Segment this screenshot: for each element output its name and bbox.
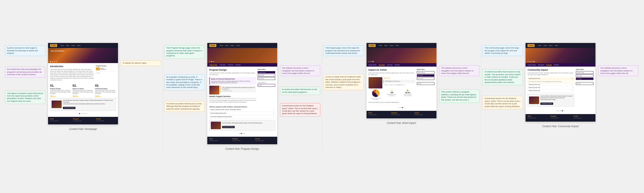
hero-dot-pd-1[interactable]	[209, 61, 210, 62]
sub-nav-ci-link-3[interactable]: Community	[546, 64, 552, 66]
hero-dot-ci-3[interactable]	[532, 61, 533, 62]
hero-dot-2[interactable]	[52, 61, 53, 62]
pd-sidebar-btn-4[interactable]: Contact	[258, 84, 275, 87]
nav-link-about-ai[interactable]: About	[384, 45, 388, 46]
page-dot-2[interactable]	[81, 113, 82, 114]
pd-dot-2[interactable]	[241, 133, 242, 134]
intro-text: Lorem ipsum dolor sit amet, consectetur …	[50, 69, 94, 81]
ci-dot-5[interactable]	[564, 110, 565, 111]
sub-nav-ai-link-3[interactable]: Community	[387, 64, 393, 66]
ci-download-desc: Lorem ipsum dolor sit amet...	[540, 99, 573, 101]
hero-dot-ai-1[interactable]	[369, 61, 370, 62]
page-dot-4[interactable]	[84, 113, 85, 114]
hero-dot-ai-2[interactable]	[371, 61, 372, 62]
ai-sidebar-btn-4[interactable]: Contact	[417, 82, 434, 85]
pd-sidebar-btn-2[interactable]: Artist Impact	[258, 74, 275, 77]
ai-pie-chart-1	[372, 89, 380, 97]
ci-footer-text-2: Lorem ipsum dolor	[551, 117, 571, 119]
ci-footer-title-1: About	[528, 115, 547, 117]
sub-nav-ci-link-4[interactable]: Download	[554, 64, 559, 66]
pd-dot-3[interactable]	[243, 133, 244, 134]
hero-dot-1[interactable]	[50, 61, 51, 62]
pd-acc-item-3[interactable]: Community Engagement Opportunities +	[209, 115, 275, 119]
ci-sidebar-btn-2[interactable]: Artist Impact	[576, 74, 593, 77]
footer-title-1: About	[50, 118, 70, 120]
ai-dot-3[interactable]	[402, 107, 403, 108]
sub-nav-ci-link-2[interactable]: Artist Impact	[538, 64, 544, 66]
ci-acc-item-3[interactable]: Advancing artists' work +	[528, 86, 574, 89]
hero-dot-4[interactable]	[56, 61, 57, 62]
pd-main-row: Program Design Lorem ipsum dolor sit ame…	[209, 69, 275, 104]
sub-nav-ai-link-1[interactable]: Program Design	[369, 64, 377, 66]
nav-link-artists[interactable]: Artists	[77, 45, 80, 46]
ci-dot-2[interactable]	[558, 110, 559, 111]
page-dot-1[interactable]	[79, 113, 80, 114]
ai-sidebar-btn-3[interactable]: Community	[417, 77, 434, 80]
nav-link-impact-ci[interactable]: Impact	[549, 45, 553, 46]
sub-nav-pd-link-1[interactable]: Program Design	[209, 64, 218, 66]
ci-download-btn[interactable]: Download the Report	[540, 103, 553, 105]
sub-nav-ai: Program Design Artist Impact Community D…	[367, 63, 436, 67]
hero-dot-3[interactable]	[54, 61, 55, 62]
nav-link-home-ci[interactable]: Home	[538, 45, 541, 46]
sub-nav-ai-link-4[interactable]: Download	[395, 64, 400, 66]
hero-dot-pd-2[interactable]	[211, 61, 212, 62]
ai-sidebar-btn-1[interactable]: Program Design	[417, 71, 434, 74]
pd-featured-artist: "The LAB team had worked with consultant…	[209, 86, 256, 94]
ci-dot-3[interactable]	[560, 110, 561, 111]
col-explore-1[interactable]: Explore →	[50, 95, 71, 96]
sub-nav-ci-link-1[interactable]: Program Design	[528, 64, 536, 66]
ci-acc-item-1[interactable]: Advancing artists' work ▼	[528, 77, 574, 80]
page-dot-3[interactable]	[83, 113, 84, 114]
nav-link-artists-ci[interactable]: Artists	[555, 45, 558, 46]
ai-dot-4[interactable]	[404, 107, 405, 108]
ai-dot-1[interactable]	[398, 107, 399, 108]
nav-link-home[interactable]: Home	[61, 45, 64, 46]
pd-dot-4[interactable]	[244, 133, 245, 134]
ci-footer-title-3: Contact	[574, 115, 593, 117]
ci-sidebar-btn-1[interactable]: Program Design	[576, 71, 593, 74]
nav-link-about-ci[interactable]: About	[544, 45, 547, 46]
hero-dot-ci-4[interactable]	[534, 61, 535, 62]
ci-sidebar-btn-4[interactable]: Contact	[576, 82, 593, 85]
ci-acc-item-4[interactable]: Advancing artists' work +	[528, 89, 574, 92]
nav-link-impact[interactable]: Impact	[71, 45, 75, 46]
pd-sidebar-btn-3[interactable]: Community	[258, 77, 275, 80]
ci-acc-item-2[interactable]: Advancing artists' work +	[528, 83, 574, 86]
nav-link-artists-pd[interactable]: Artists	[236, 45, 240, 46]
hero-dot-ci-2[interactable]	[530, 61, 531, 62]
mockup-hero-pd	[207, 48, 277, 63]
pd-download-btn[interactable]: Download the Report	[222, 126, 235, 128]
pd-acc-item-2[interactable]: Cohort-building opportunities +	[209, 112, 275, 115]
col-explore-2[interactable]: Explore →	[72, 95, 93, 96]
sub-nav-ai-link-2[interactable]: Artist Impact	[379, 64, 385, 66]
nav-link-artists-ai[interactable]: Artists	[395, 45, 399, 46]
pd-acc-item-1[interactable]: Advisory support by staff, mentors, and …	[209, 108, 275, 112]
nav-link-impact-pd[interactable]: Impact	[230, 45, 234, 46]
ci-dot-1[interactable]	[556, 110, 557, 111]
sub-nav-pd-link-3[interactable]: Community	[228, 64, 233, 66]
ai-dot-2[interactable]	[400, 107, 401, 108]
ci-sidebar-btn-3[interactable]: Community	[576, 78, 593, 80]
annotation-introduction: An Introduction that acknowledges the pr…	[5, 67, 45, 77]
nav-link-home-ai[interactable]: Home	[379, 45, 382, 46]
hero-dot-ci-1[interactable]	[528, 61, 529, 62]
pd-main-content: Program Design Lorem ipsum dolor sit ame…	[209, 69, 256, 104]
ai-sidebar-btn-2[interactable]: Artist Impact	[417, 74, 434, 77]
pd-sidebar-btn-1[interactable]: Program Design	[258, 71, 275, 73]
nav-link-about[interactable]: About	[66, 45, 69, 46]
nav-link-home-pd[interactable]: Home	[220, 45, 223, 46]
page-dot-5[interactable]	[86, 113, 87, 114]
sub-nav-pd-link-2[interactable]: Artist Impact	[219, 64, 226, 66]
nav-link-impact-ai[interactable]: Impact	[390, 45, 393, 46]
mockup-homepage: The BostonFoundation Home About Impact A…	[48, 43, 118, 125]
sub-nav-pd-link-4[interactable]: Download	[235, 64, 240, 66]
ci-dot-4[interactable]	[562, 110, 563, 111]
hero-dot-pd-3[interactable]	[213, 61, 214, 62]
ci-download-thumb	[529, 96, 539, 104]
col-explore-3[interactable]: Explore →	[95, 95, 116, 96]
nav-link-about-pd[interactable]: About	[225, 45, 228, 46]
pd-dot-1[interactable]	[239, 133, 240, 134]
hero-dot-ai-3[interactable]	[373, 61, 374, 62]
download-btn[interactable]: Download the Report	[63, 107, 75, 109]
